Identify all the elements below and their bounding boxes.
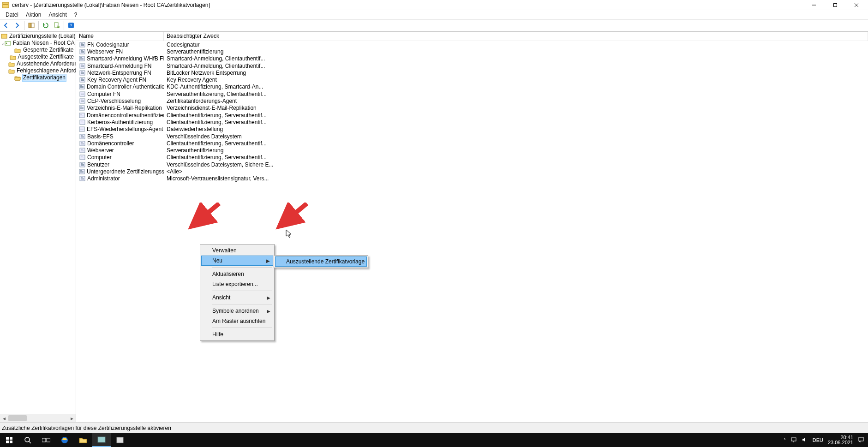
list-row[interactable]: Computer FNServerauthentifizierung, Clie… bbox=[76, 90, 868, 97]
list-row[interactable]: CEP-VerschlüsselungZertifikatanforderung… bbox=[76, 97, 868, 104]
list-row[interactable]: Key Recovery Agent FNKey Recovery Agent bbox=[76, 76, 868, 83]
task-view-button[interactable] bbox=[37, 433, 55, 447]
toolbar-separator bbox=[64, 21, 64, 30]
list-row[interactable]: BenutzerVerschlüsselndes Dateisystem, Si… bbox=[76, 161, 868, 168]
svg-rect-65 bbox=[80, 130, 84, 130]
taskbar-app-explorer[interactable] bbox=[74, 433, 92, 447]
cell-name: Smartcard-Anmeldung FN bbox=[87, 63, 151, 69]
list-row[interactable]: Domain Controller Authentication (K...KD… bbox=[76, 83, 868, 90]
scroll-left-icon[interactable]: ◂ bbox=[0, 414, 8, 422]
tree-node-4[interactable]: Zertifikatvorlagen bbox=[0, 74, 76, 81]
column-header-name[interactable]: Name bbox=[76, 32, 164, 41]
svg-rect-56 bbox=[80, 115, 84, 115]
svg-rect-72 bbox=[81, 143, 84, 143]
list-row[interactable]: DomänencontrollerClientauthentifizierung… bbox=[76, 140, 868, 147]
start-button[interactable] bbox=[0, 433, 18, 447]
taskbar-app-ie[interactable] bbox=[55, 433, 74, 447]
scroll-right-icon[interactable]: ▸ bbox=[68, 414, 76, 422]
list-row[interactable]: AdministratorMicrosoft-Vertrauenslistens… bbox=[76, 175, 868, 182]
svg-rect-73 bbox=[81, 144, 84, 144]
tree-ca-icon bbox=[5, 40, 11, 47]
menu-aktion[interactable]: Aktion bbox=[22, 10, 45, 19]
context-menu[interactable]: VerwaltenNeu▶AktualisierenListe exportie… bbox=[200, 244, 275, 341]
export-list-button[interactable] bbox=[52, 20, 62, 30]
list-row[interactable]: FN CodesignaturCodesignatur bbox=[76, 41, 868, 48]
submenu-arrow-icon: ▶ bbox=[267, 295, 270, 300]
tree-label: Fehlgeschlagene Anforderungen bbox=[16, 67, 76, 74]
list-row[interactable]: Smartcard-Anmeldung FNSmartcard-Anmeldun… bbox=[76, 62, 868, 69]
list-row[interactable]: Netzwerk-Entsperrung FNBitLocker Netzwer… bbox=[76, 69, 868, 76]
nav-back-button[interactable] bbox=[1, 20, 11, 30]
menu-[interactable]: ? bbox=[71, 10, 81, 19]
svg-rect-91 bbox=[81, 177, 83, 178]
taskbar-search-button[interactable] bbox=[18, 433, 37, 447]
scroll-thumb[interactable] bbox=[8, 415, 27, 421]
cell-purpose: Verschlüsselndes Dateisystem bbox=[164, 133, 868, 140]
svg-rect-89 bbox=[80, 172, 84, 173]
context-submenu[interactable]: Auszustellende Zertifikatvorlage bbox=[274, 255, 368, 268]
svg-rect-83 bbox=[81, 163, 83, 164]
nav-forward-button[interactable] bbox=[12, 20, 22, 30]
tree-root-icon bbox=[1, 33, 7, 40]
help-button[interactable]: ? bbox=[66, 20, 76, 30]
minimize-button[interactable] bbox=[803, 0, 825, 10]
tree-root[interactable]: Zertifizierungsstelle (Lokal) bbox=[0, 33, 76, 40]
context-menu-item[interactable]: Verwalten bbox=[201, 245, 273, 256]
list-row[interactable]: Smartcard-Anmeldung WHfB FNSmartcard-Anm… bbox=[76, 55, 868, 62]
list-row[interactable]: ComputerClientauthentifizierung, Servera… bbox=[76, 154, 868, 161]
column-header-purpose[interactable]: Beabsichtigter Zweck bbox=[164, 32, 868, 41]
menu-ansicht[interactable]: Ansicht bbox=[45, 10, 70, 19]
taskbar[interactable]: ˄ DEU 20:41 23.06.2021 bbox=[0, 433, 868, 447]
context-menu-item[interactable]: Am Raster ausrichten bbox=[201, 316, 273, 326]
tray-date[interactable]: 23.06.2021 bbox=[828, 440, 853, 445]
cursor-icon bbox=[286, 229, 292, 238]
tray-language[interactable]: DEU bbox=[813, 437, 823, 443]
context-menu-item[interactable]: Hilfe bbox=[201, 329, 273, 340]
list-row[interactable]: Basis-EFSVerschlüsselndes Dateisystem bbox=[76, 133, 868, 140]
tree-node-2[interactable]: Ausstehende Anforderungen bbox=[0, 60, 76, 67]
list-row[interactable]: Verzeichnis-E-Mail-ReplikationVerzeichni… bbox=[76, 105, 868, 112]
maximize-button[interactable] bbox=[825, 0, 846, 10]
tree-node-0[interactable]: Gesperrte Zertifikate bbox=[0, 47, 76, 54]
refresh-button[interactable] bbox=[41, 20, 51, 30]
tray-network-icon[interactable] bbox=[790, 437, 797, 443]
list-row[interactable]: EFS-Wiederherstellungs-AgentDateiwiederh… bbox=[76, 126, 868, 133]
taskbar-app-generic[interactable] bbox=[111, 433, 129, 447]
close-button[interactable] bbox=[846, 0, 867, 10]
cell-name: Computer bbox=[87, 154, 112, 161]
tray-up-icon[interactable]: ˄ bbox=[784, 438, 786, 443]
system-tray[interactable]: ˄ DEU 20:41 23.06.2021 bbox=[780, 435, 868, 445]
context-menu-item[interactable]: Liste exportieren... bbox=[201, 279, 273, 289]
list-row[interactable]: Webserver FNServerauthentifizierung bbox=[76, 48, 868, 55]
list-row[interactable]: DomänencontrollerauthentifizierungClient… bbox=[76, 112, 868, 119]
list-row[interactable]: Untergeordnete Zertifizierungsstelle<All… bbox=[76, 168, 868, 175]
tray-volume-icon[interactable] bbox=[802, 437, 808, 443]
tree-pane[interactable]: Zertifizierungsstelle (Lokal)⌄Fabian Nie… bbox=[0, 32, 76, 422]
list-row[interactable]: Kerberos-AuthentifizierungClientauthenti… bbox=[76, 119, 868, 125]
context-menu-item[interactable]: Ansicht▶ bbox=[201, 292, 273, 303]
context-menu-item[interactable]: Symbole anordnen▶ bbox=[201, 306, 273, 316]
list-row[interactable]: WebserverServerauthentifizierung bbox=[76, 147, 868, 154]
context-menu-item-issue-template[interactable]: Auszustellende Zertifikatvorlage bbox=[275, 256, 367, 267]
svg-rect-67 bbox=[81, 135, 83, 136]
tree-ca[interactable]: ⌄Fabian Niesen - Root CA bbox=[0, 40, 76, 47]
show-hide-tree-button[interactable] bbox=[26, 20, 36, 30]
tree-node-1[interactable]: Ausgestellte Zertifikate bbox=[0, 54, 76, 60]
menu-datei[interactable]: Datei bbox=[2, 10, 22, 19]
svg-rect-98 bbox=[6, 441, 9, 443]
svg-rect-3 bbox=[834, 3, 837, 6]
svg-rect-75 bbox=[81, 149, 83, 149]
context-menu-item[interactable]: Neu▶ bbox=[201, 256, 273, 266]
tray-notifications-icon[interactable] bbox=[858, 436, 864, 444]
cell-purpose: Dateiwiederherstellung bbox=[164, 126, 868, 132]
context-menu-item[interactable]: Aktualisieren bbox=[201, 269, 273, 279]
svg-rect-43 bbox=[81, 93, 83, 93]
svg-rect-19 bbox=[81, 50, 83, 51]
cert-template-icon bbox=[79, 162, 85, 167]
taskbar-app-certsrv[interactable] bbox=[92, 433, 111, 447]
svg-point-100 bbox=[25, 437, 30, 442]
tree-horizontal-scrollbar[interactable]: ◂ ▸ bbox=[0, 414, 76, 422]
tree-node-0-icon bbox=[14, 47, 21, 54]
tree-node-3[interactable]: Fehlgeschlagene Anforderungen bbox=[0, 67, 76, 74]
list-pane[interactable]: Name Beabsichtigter Zweck FN Codesignatu… bbox=[76, 32, 868, 422]
